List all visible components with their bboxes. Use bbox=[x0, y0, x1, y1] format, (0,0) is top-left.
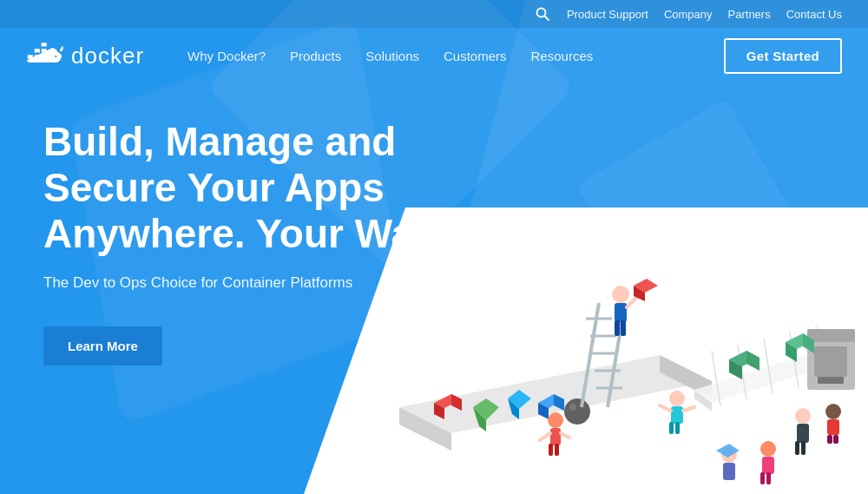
svg-rect-80 bbox=[762, 457, 774, 474]
nav-products[interactable]: Products bbox=[290, 49, 341, 63]
logo-text: docker bbox=[71, 43, 144, 69]
hero-subtitle: The Dev to Ops Choice for Container Plat… bbox=[43, 274, 842, 292]
nav-customers[interactable]: Customers bbox=[444, 49, 507, 63]
svg-rect-65 bbox=[675, 422, 680, 434]
utility-nav: Product Support Company Partners Contact… bbox=[567, 8, 842, 21]
main-navbar: docker Why Docker? Products Solutions Cu… bbox=[0, 28, 868, 84]
svg-rect-5 bbox=[35, 49, 40, 52]
hero-section: Build, Manage and Secure Your Apps Anywh… bbox=[0, 84, 868, 366]
learn-more-button[interactable]: Learn More bbox=[43, 326, 162, 366]
get-started-button[interactable]: Get Started bbox=[724, 38, 842, 74]
svg-rect-81 bbox=[760, 472, 765, 484]
svg-point-41 bbox=[569, 404, 576, 411]
svg-rect-71 bbox=[833, 435, 838, 444]
nav-product-support[interactable]: Product Support bbox=[567, 8, 648, 21]
svg-point-56 bbox=[548, 412, 563, 428]
svg-rect-7 bbox=[42, 43, 47, 46]
svg-rect-23 bbox=[818, 377, 844, 384]
main-nav-links: Why Docker? Products Solutions Customers… bbox=[187, 49, 724, 63]
docker-logo-icon bbox=[26, 41, 64, 72]
svg-rect-77 bbox=[723, 463, 735, 480]
svg-point-68 bbox=[825, 404, 841, 419]
svg-rect-70 bbox=[827, 435, 832, 444]
svg-rect-58 bbox=[549, 444, 553, 456]
svg-line-60 bbox=[540, 433, 550, 440]
svg-rect-74 bbox=[795, 441, 799, 455]
svg-rect-63 bbox=[671, 406, 683, 424]
svg-point-72 bbox=[795, 408, 811, 424]
svg-rect-64 bbox=[669, 422, 674, 434]
svg-line-61 bbox=[561, 433, 569, 438]
svg-rect-59 bbox=[555, 444, 559, 456]
svg-rect-75 bbox=[801, 441, 806, 455]
svg-point-62 bbox=[669, 391, 685, 406]
svg-line-66 bbox=[660, 405, 671, 411]
logo[interactable]: docker bbox=[26, 41, 144, 72]
svg-rect-82 bbox=[766, 472, 771, 484]
utility-bar: Product Support Company Partners Contact… bbox=[0, 0, 868, 28]
svg-point-8 bbox=[55, 55, 56, 56]
svg-rect-69 bbox=[827, 419, 839, 435]
svg-point-40 bbox=[564, 398, 590, 425]
svg-line-67 bbox=[683, 407, 694, 411]
nav-why-docker[interactable]: Why Docker? bbox=[187, 49, 266, 63]
nav-company[interactable]: Company bbox=[664, 8, 713, 21]
nav-partners[interactable]: Partners bbox=[728, 8, 771, 21]
nav-resources[interactable]: Resources bbox=[531, 49, 594, 63]
svg-line-1 bbox=[544, 16, 549, 21]
hero-title: Build, Manage and Secure Your Apps Anywh… bbox=[43, 119, 529, 257]
svg-rect-73 bbox=[797, 424, 809, 443]
svg-rect-57 bbox=[550, 428, 561, 445]
nav-solutions[interactable]: Solutions bbox=[365, 49, 419, 63]
svg-point-79 bbox=[760, 441, 776, 457]
nav-contact-us[interactable]: Contact Us bbox=[786, 8, 842, 21]
search-icon[interactable] bbox=[536, 7, 549, 21]
